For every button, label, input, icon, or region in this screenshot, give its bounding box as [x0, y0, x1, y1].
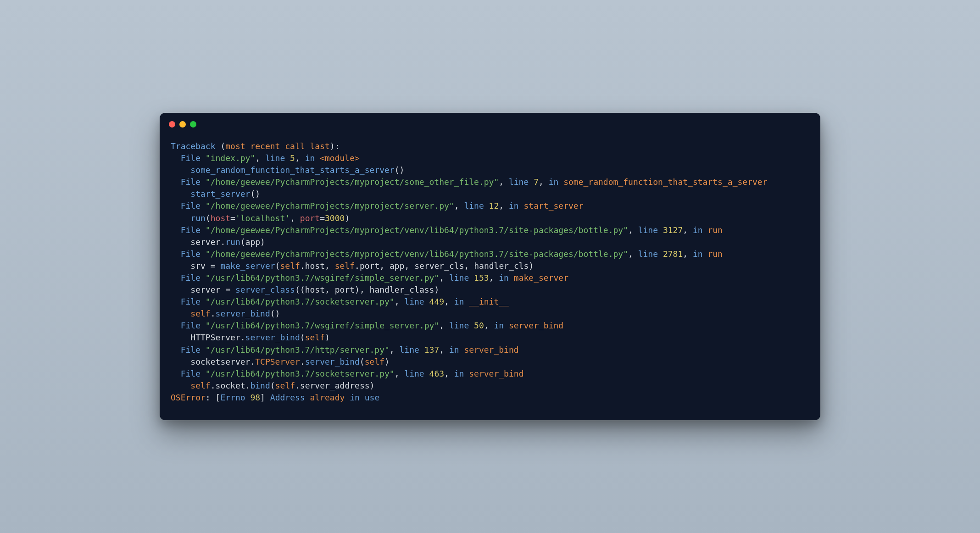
traceback-frame-code: run(host='localhost', port=3000) [171, 212, 809, 224]
traceback-frame-code: some_random_function_that_starts_a_serve… [171, 164, 809, 176]
traceback-frame-code: srv = make_server(self.host, self.port, … [171, 260, 809, 272]
maximize-icon[interactable] [190, 121, 196, 128]
traceback-frame-code: socketserver.TCPServer.server_bind(self) [171, 356, 809, 368]
window-titlebar [160, 113, 820, 131]
terminal-output: Traceback (most recent call last): File … [160, 131, 820, 420]
error-line: OSError: [Errno 98] Address already in u… [171, 392, 809, 404]
minimize-icon[interactable] [179, 121, 186, 128]
traceback-frame-location: File "/usr/lib64/python3.7/wsgiref/simpl… [171, 320, 809, 332]
traceback-header: Traceback (most recent call last): [171, 140, 809, 152]
traceback-frame-location: File "/home/geewee/PycharmProjects/mypro… [171, 176, 809, 188]
traceback-frame-code: HTTPServer.server_bind(self) [171, 332, 809, 344]
traceback-frame-location: File "/usr/lib64/python3.7/http/server.p… [171, 344, 809, 356]
traceback-frame-code: self.server_bind() [171, 308, 809, 320]
traceback-frame-code: server = server_class((host, port), hand… [171, 284, 809, 296]
terminal-window: Traceback (most recent call last): File … [160, 113, 820, 420]
traceback-frame-location: File "/home/geewee/PycharmProjects/mypro… [171, 200, 809, 212]
traceback-frame-code: server.run(app) [171, 236, 809, 248]
close-icon[interactable] [169, 121, 175, 128]
traceback-frame-code: start_server() [171, 188, 809, 200]
traceback-frame-location: File "/home/geewee/PycharmProjects/mypro… [171, 224, 809, 236]
traceback-frame-location: File "/usr/lib64/python3.7/wsgiref/simpl… [171, 272, 809, 284]
traceback-frame-location: File "/usr/lib64/python3.7/socketserver.… [171, 296, 809, 308]
traceback-frame-code: self.socket.bind(self.server_address) [171, 380, 809, 392]
traceback-frame-location: File "/home/geewee/PycharmProjects/mypro… [171, 248, 809, 260]
traceback-frame-location: File "/usr/lib64/python3.7/socketserver.… [171, 368, 809, 380]
traceback-frame-location: File "index.py", line 5, in <module> [171, 152, 809, 164]
